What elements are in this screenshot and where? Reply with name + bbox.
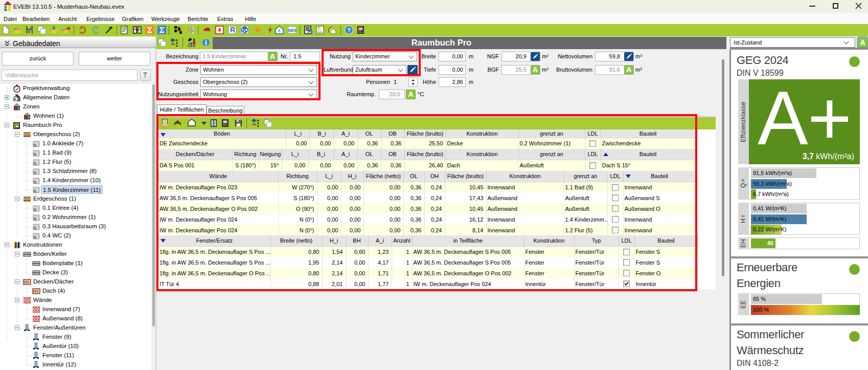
- svg-text:SBS: SBS: [288, 28, 296, 33]
- svg-text:?: ?: [347, 27, 351, 33]
- svg-text:€: €: [278, 28, 281, 33]
